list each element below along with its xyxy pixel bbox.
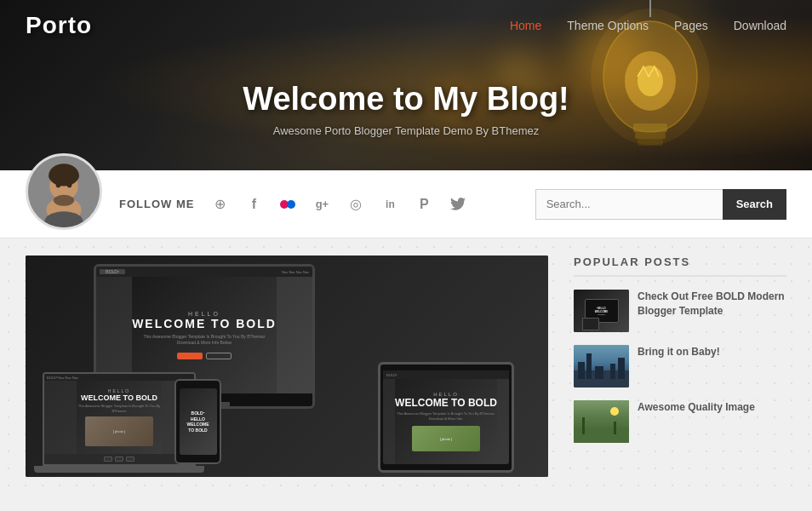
phone-text: BOLD²HELLOWELCOMETO BOLD [186, 411, 209, 433]
monitor-hello-text: HELLO [188, 311, 220, 317]
tablet-mockup: BOLD² HELLO WELCOME TO BOLD This Awesome… [378, 362, 514, 473]
post-thumbnail-3 [574, 400, 629, 443]
post-thumbnail-1: HELLO WELCOME TO BOLD [574, 290, 629, 332]
post-featured-image: BOLD² Nav Nav Nav Nav HELLO WELCOME TO B… [26, 256, 548, 477]
dribbble-icon[interactable]: ⊕ [208, 192, 232, 216]
post-info-1: Check Out Free BOLD Modern Blogger Templ… [638, 290, 786, 319]
hero-subtitle: Awesome Porto Blogger Template Demo By B… [273, 124, 539, 137]
hero-content: Welcome to My Blog! Awesome Porto Blogge… [0, 47, 812, 170]
tablet-description: This Awesome Blogger Template Is Brought… [395, 411, 497, 421]
laptop-description: This Awesome Blogger Template Is Brought… [77, 404, 162, 412]
instagram-icon[interactable]: ◎ [344, 192, 368, 216]
content-area: BOLD² Nav Nav Nav Nav HELLO WELCOME TO B… [26, 256, 574, 477]
hero-section: Porto Home Theme Options Pages Download … [0, 0, 812, 170]
social-icons-list: ⊕ f g+ ◎ in P [208, 192, 470, 216]
social-bar: FOLLOW ME ⊕ f g+ ◎ in P Search [0, 170, 812, 238]
svg-rect-12 [49, 174, 78, 180]
search-input[interactable] [535, 189, 723, 220]
post-title-3: Awesome Quality Image [638, 400, 786, 415]
post-title-1: Check Out Free BOLD Modern Blogger Templ… [638, 290, 786, 319]
post-info-2: Bring it on Baby! [638, 345, 786, 359]
sidebar: POPULAR POSTS HELLO WELCOME TO BOLD Chec… [574, 256, 786, 477]
svg-point-14 [67, 183, 72, 188]
monitor-welcome-text: WELCOME TO BOLD [132, 317, 277, 330]
main-content: BOLD² Nav Nav Nav Nav HELLO WELCOME TO B… [0, 238, 812, 494]
phone-mockup: BOLD²HELLOWELCOMETO BOLD [174, 379, 221, 464]
flickr-icon[interactable] [276, 192, 300, 216]
navigation-bar: Porto Home Theme Options Pages Download [0, 0, 812, 51]
laptop-welcome-text: WELCOME TO BOLD [81, 393, 157, 402]
hero-title: Welcome to My Blog! [243, 81, 569, 118]
google-plus-icon[interactable]: g+ [310, 192, 334, 216]
nav-download[interactable]: Download [734, 19, 786, 32]
post-thumbnail-2 [574, 345, 629, 388]
svg-point-15 [54, 195, 74, 206]
site-logo[interactable]: Porto [26, 12, 92, 39]
pinterest-icon[interactable]: P [412, 192, 436, 216]
svg-point-16 [45, 211, 83, 230]
tablet-welcome-text: WELCOME TO BOLD [395, 397, 497, 409]
facebook-icon[interactable]: f [242, 192, 266, 216]
svg-point-13 [56, 183, 61, 188]
nav-home[interactable]: Home [510, 19, 541, 32]
post-info-3: Awesome Quality Image [638, 400, 786, 415]
svg-point-18 [287, 200, 295, 209]
laptop-mockup: BOLD² Nav Nav Nav HELLO WELCOME TO BOLD … [43, 372, 196, 473]
device-mockup: BOLD² Nav Nav Nav Nav HELLO WELCOME TO B… [26, 256, 548, 477]
nav-theme-options[interactable]: Theme Options [567, 19, 649, 32]
monitor-description: This Awesome Blogger Template Is Brought… [136, 334, 272, 346]
list-item[interactable]: Awesome Quality Image [574, 400, 786, 443]
linkedin-icon[interactable]: in [378, 192, 402, 216]
popular-posts-title: POPULAR POSTS [574, 256, 786, 277]
post-title-2: Bring it on Baby! [638, 345, 786, 359]
follow-label: FOLLOW ME [119, 198, 194, 210]
search-area: Search [535, 189, 786, 220]
nav-pages[interactable]: Pages [674, 19, 708, 32]
list-item[interactable]: HELLO WELCOME TO BOLD Check Out Free BOL… [574, 290, 786, 332]
search-button[interactable]: Search [723, 189, 786, 220]
twitter-icon[interactable] [446, 192, 470, 216]
nav-links: Home Theme Options Pages Download [510, 19, 786, 32]
list-item[interactable]: Bring it on Baby! [574, 345, 786, 388]
